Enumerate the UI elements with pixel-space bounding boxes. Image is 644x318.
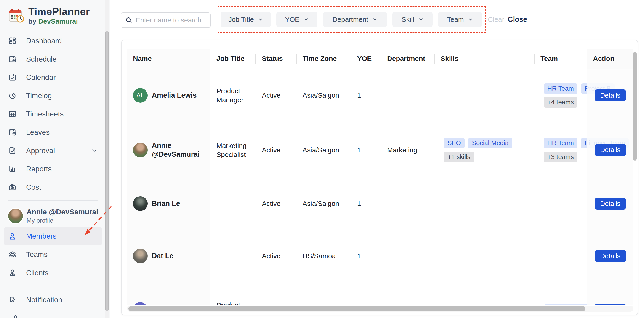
filter-label: Job Title: [228, 16, 254, 23]
time-zone-cell: Asia/Saigon: [297, 178, 351, 229]
search-input[interactable]: [136, 16, 204, 24]
table-vertical-scrollbar[interactable]: [633, 52, 637, 161]
more-skills-badge: +1 skills: [444, 152, 474, 162]
profile-subtitle: My profile: [26, 217, 98, 224]
sidebar-item-partial-icon: [12, 314, 20, 318]
skills-cell: [435, 178, 534, 229]
details-button[interactable]: Details: [595, 144, 626, 156]
table-row: Brian Le Active Asia/Saigon 1 Details: [127, 178, 634, 229]
department-cell: [381, 69, 435, 122]
time-zone-cell: US/Samoa: [297, 229, 351, 282]
department-cell: [381, 283, 435, 305]
sidebar-item-timesheets[interactable]: Timesheets: [4, 105, 102, 123]
column-header-name: Name: [127, 49, 210, 69]
yoe-cell: 1: [351, 229, 381, 282]
bar-chart-icon: [8, 165, 16, 173]
action-cell: Details: [587, 229, 634, 282]
member-name-cell: AL Amelia Lewis: [127, 69, 210, 122]
filter-yoe[interactable]: YOE: [276, 12, 318, 27]
column-header-time-zone: Time Zone: [297, 49, 351, 69]
sidebar-scrollbar-thumb[interactable]: [105, 31, 108, 311]
sidebar-item-calendar[interactable]: Calendar: [4, 68, 102, 87]
skills-cell: [435, 69, 534, 122]
details-button[interactable]: Details: [595, 90, 626, 101]
sidebar-item-clients[interactable]: Clients: [4, 263, 102, 282]
sidebar-item-label: Teams: [26, 250, 48, 259]
table-row: Product Manager Finance Team Details: [127, 283, 634, 305]
column-header-skills: Skills: [435, 49, 534, 69]
sidebar-item-label: Clients: [26, 268, 48, 277]
team-cell: HR Team Finance Team +3 teams: [534, 122, 587, 178]
team-cell: HR Team Project B +4 teams: [534, 69, 587, 122]
skills-cell: [435, 283, 534, 305]
member-name-cell: Brian Le: [127, 178, 210, 229]
sidebar-item-leaves[interactable]: Leaves: [4, 123, 102, 141]
sidebar-item-reports[interactable]: Reports: [4, 160, 102, 178]
sidebar-item-schedule[interactable]: Schedule: [4, 50, 102, 68]
yoe-cell: 1: [351, 178, 381, 229]
sidebar-item-dashboard[interactable]: Dashboard: [4, 32, 102, 50]
column-header-job-title: Job Title: [210, 49, 256, 69]
profile-avatar: [8, 209, 23, 223]
action-cell: Details: [587, 69, 634, 122]
app-subtitle: by DevSamurai: [28, 17, 78, 25]
app-logo[interactable]: TimePlanner by DevSamurai: [8, 6, 90, 25]
search-icon: [125, 17, 132, 24]
sidebar-item-approval[interactable]: Approval: [4, 141, 102, 160]
chevron-down-icon: [372, 17, 377, 22]
member-name: Brian Le: [152, 199, 180, 208]
sidebar-scrollbar[interactable]: [105, 0, 109, 318]
details-button[interactable]: Details: [595, 250, 626, 262]
details-button[interactable]: Details: [595, 198, 626, 210]
status-cell: Active: [256, 229, 297, 282]
sidebar-item-teams[interactable]: Teams: [4, 245, 102, 263]
sidebar-item-timelog[interactable]: Timelog: [4, 87, 102, 105]
job-title-cell: [210, 229, 256, 282]
yoe-cell: [351, 283, 381, 305]
table-row: Dat Le Active US/Samoa 1 Details: [127, 229, 634, 283]
search-box: [121, 12, 211, 28]
sidebar-item-label: Members: [26, 232, 56, 240]
filter-job-title[interactable]: Job Title: [220, 12, 271, 27]
more-teams-badge: +3 teams: [544, 152, 578, 162]
sidebar-item-members[interactable]: Members: [4, 227, 102, 245]
person-badge-icon: [8, 268, 16, 277]
app-title: TimePlanner: [28, 6, 90, 17]
team-badge: HR Team: [544, 138, 578, 148]
time-zone-cell: [297, 283, 351, 305]
filter-label: Department: [332, 16, 368, 23]
table-horizontal-scrollbar-thumb[interactable]: [128, 306, 586, 311]
sidebar-item-label: Cost: [26, 183, 41, 191]
filter-team[interactable]: Team: [438, 12, 482, 27]
chevron-down-icon: [91, 147, 97, 154]
table-header-row: Name Job Title Status Time Zone YOE Depa…: [127, 49, 634, 69]
job-title-cell: Product Manager: [210, 69, 256, 122]
table-horizontal-scrollbar[interactable]: [127, 306, 634, 311]
filter-label: Team: [447, 16, 464, 23]
avatar: [133, 196, 148, 211]
sidebar-item-label: Reports: [26, 165, 52, 173]
filter-label: Skill: [402, 16, 414, 23]
filter-label: YOE: [285, 16, 300, 23]
sidebar-divider: [8, 200, 98, 201]
close-filters-button[interactable]: Close: [508, 15, 527, 24]
details-button[interactable]: Details: [595, 303, 626, 305]
chevron-down-icon: [418, 17, 424, 22]
clear-filters-button[interactable]: Clear: [488, 16, 504, 23]
chevron-down-icon: [304, 17, 309, 22]
sidebar-profile[interactable]: Annie @DevSamurai My profile: [4, 205, 102, 227]
skill-badge: Social Media: [468, 138, 512, 148]
filter-department[interactable]: Department: [323, 12, 387, 27]
yoe-cell: 1: [351, 122, 381, 178]
sidebar-item-cost[interactable]: Cost: [4, 178, 102, 196]
sidebar-item-notification[interactable]: Notification: [4, 290, 102, 309]
profile-name: Annie @DevSamurai: [26, 208, 98, 216]
filter-skill[interactable]: Skill: [392, 12, 432, 27]
department-cell: [381, 229, 435, 282]
avatar: [133, 302, 148, 305]
job-title-cell: Marketing Specialist: [210, 122, 256, 178]
column-header-yoe: YOE: [351, 49, 381, 69]
calendar-minus-icon: [8, 128, 16, 136]
job-title-cell: [210, 178, 256, 229]
action-cell: Details: [587, 283, 634, 305]
